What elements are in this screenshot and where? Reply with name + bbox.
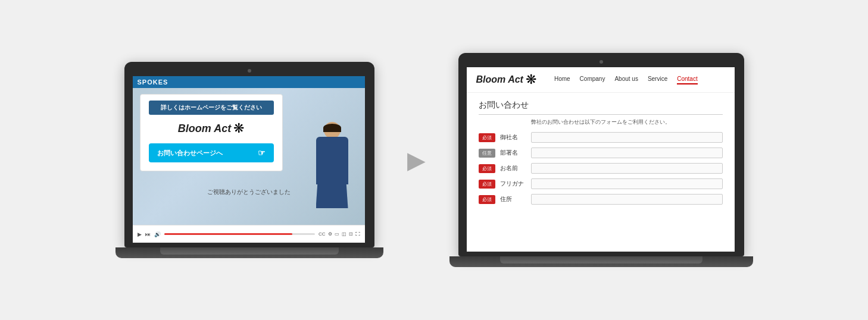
field-label-3: フリガナ <box>500 180 526 188</box>
field-input-furigana[interactable] <box>531 178 723 189</box>
site-nav: Bloom Act ❋ Home Company About us Servic… <box>467 67 735 93</box>
field-label-4: 住所 <box>500 195 526 203</box>
presenter-figure <box>305 119 359 214</box>
hand-icon: ☞ <box>258 148 266 158</box>
nav-items: Home Company About us Service Contact <box>554 76 698 84</box>
progress-fill <box>164 233 292 235</box>
video-content: SPOKES 詳しくはホームページをご覧ください Bloom Act ❋ <box>133 76 365 243</box>
volume-button[interactable]: 🔊 <box>154 231 161 237</box>
form-subtitle: 弊社のお問い合わせは以下のフォームをご利用ください。 <box>479 118 723 126</box>
left-screen-bezel: SPOKES 詳しくはホームページをご覧ください Bloom Act ❋ <box>124 62 374 247</box>
settings-icon[interactable]: ⚙ <box>328 231 332 237</box>
field-label-0: 御社名 <box>500 133 526 142</box>
field-label-1: 部署名 <box>500 149 526 157</box>
left-camera <box>248 69 251 73</box>
nav-company[interactable]: Company <box>580 76 605 84</box>
video-main-area: 詳しくはホームページをご覧ください Bloom Act ❋ お問い合わせページへ… <box>133 88 365 214</box>
miniplayer-icon[interactable]: ◫ <box>342 231 346 237</box>
form-row-1: 任意 部署名 <box>479 148 723 158</box>
presenter-body <box>305 119 359 214</box>
form-row-2: 必須 お名前 <box>479 163 723 174</box>
scene: SPOKES 詳しくはホームページをご覧ください Bloom Act ❋ <box>104 41 765 279</box>
right-base-inner <box>500 256 702 263</box>
field-label-2: お名前 <box>500 164 526 172</box>
theater-icon[interactable]: ▭ <box>335 231 339 237</box>
field-input-department[interactable] <box>531 148 723 158</box>
right-laptop: Bloom Act ❋ Home Company About us Servic… <box>449 53 753 267</box>
video-overlay-box: 詳しくはホームページをご覧ください Bloom Act ❋ お問い合わせページへ… <box>140 94 283 171</box>
form-row-3: 必須 フリガナ <box>479 178 723 189</box>
badge-required-2: 必須 <box>479 164 495 173</box>
left-laptop: SPOKES 詳しくはホームページをご覧ください Bloom Act ❋ <box>115 62 383 258</box>
nav-service[interactable]: Service <box>648 76 667 84</box>
site-logo-text: Bloom Act <box>476 74 523 85</box>
page-title: お問い合わせ <box>479 100 723 115</box>
right-screen-bezel: Bloom Act ❋ Home Company About us Servic… <box>458 53 744 256</box>
site-body: お問い合わせ 弊社のお問い合わせは以下のフォームをご利用ください。 必須 御社名… <box>467 93 735 217</box>
right-camera <box>600 60 603 64</box>
control-icons-right: CC ⚙ ▭ ◫ ⊡ ⛶ <box>319 231 360 237</box>
form-row-4: 必須 住所 <box>479 194 723 205</box>
cta-label: お問い合わせページへ <box>157 149 223 158</box>
nav-contact[interactable]: Contact <box>677 76 697 84</box>
badge-required-4: 必須 <box>479 195 495 204</box>
presenter-hair <box>323 124 341 132</box>
fullscreen-icon[interactable]: ⛶ <box>355 231 360 237</box>
video-title-bar: 詳しくはホームページをご覧ください <box>149 101 274 115</box>
cta-button[interactable]: お問い合わせページへ ☞ <box>149 143 274 162</box>
bloom-act-logo: Bloom Act ❋ <box>149 121 274 136</box>
cast-icon[interactable]: ⊡ <box>349 231 353 237</box>
left-screen: SPOKES 詳しくはホームページをご覧ください Bloom Act ❋ <box>133 76 365 243</box>
left-laptop-base <box>115 247 383 258</box>
right-screen: Bloom Act ❋ Home Company About us Servic… <box>467 67 735 252</box>
video-controls: ▶ ⏭ 🔊 CC ⚙ ▭ ◫ ⊡ ⛶ <box>133 225 365 243</box>
field-input-address[interactable] <box>531 194 723 205</box>
left-base-inner <box>160 247 339 255</box>
form-row-0: 必須 御社名 <box>479 132 723 143</box>
nav-about-us[interactable]: About us <box>614 76 638 84</box>
skip-button[interactable]: ⏭ <box>145 231 151 237</box>
presenter-torso <box>316 137 348 184</box>
video-top-bar: SPOKES <box>133 76 365 88</box>
flower-icon-right: ❋ <box>526 72 536 87</box>
play-button[interactable]: ▶ <box>138 231 142 237</box>
badge-required-3: 必須 <box>479 180 495 189</box>
badge-optional-1: 任意 <box>479 149 495 158</box>
presenter-head <box>324 122 341 139</box>
cc-icon[interactable]: CC <box>319 231 326 237</box>
website-content: Bloom Act ❋ Home Company About us Servic… <box>467 67 735 252</box>
badge-required-0: 必須 <box>479 133 495 142</box>
video-footer-text: ご視聴ありがとうございました <box>133 188 365 196</box>
field-input-name[interactable] <box>531 163 723 174</box>
spokes-label: SPOKES <box>138 79 168 86</box>
site-logo: Bloom Act ❋ <box>476 72 536 87</box>
right-laptop-base <box>449 256 753 267</box>
progress-bar[interactable] <box>164 233 315 235</box>
flower-icon-left: ❋ <box>233 121 244 136</box>
bloom-act-text: Bloom Act <box>178 123 231 135</box>
field-input-company[interactable] <box>531 132 723 143</box>
nav-home[interactable]: Home <box>554 76 570 84</box>
arrow: ▶ <box>407 148 426 172</box>
